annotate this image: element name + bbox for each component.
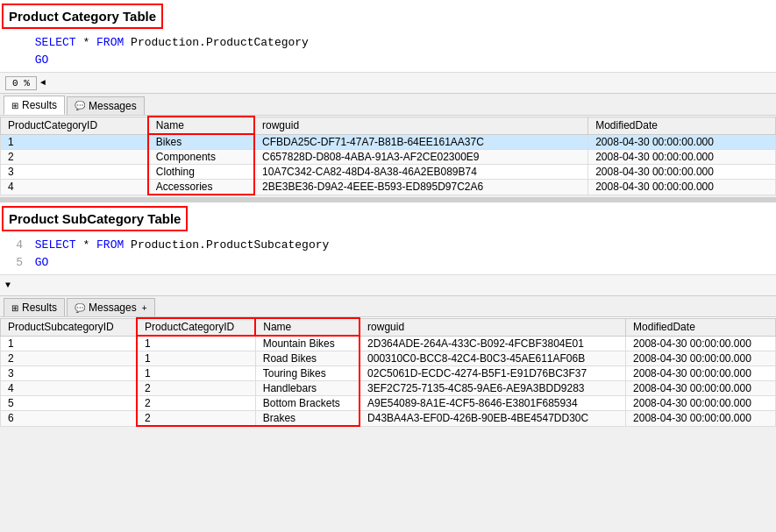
msg-icon: 💬 xyxy=(75,101,85,110)
query-line-2: GO xyxy=(7,52,769,69)
col2-header-productsubcategoryid: ProductSubcategoryID xyxy=(1,318,138,336)
section1-table: ProductCategoryID Name rowguid ModifiedD… xyxy=(0,116,776,195)
query-line-1: SELECT * FROM Production.ProductCategory xyxy=(7,34,769,52)
query2-line-2: 5 GO xyxy=(7,254,769,272)
table-row: 11Mountain Bikes2D364ADE-264A-433C-B092-… xyxy=(1,336,776,351)
col2-header-rowguid: rowguid xyxy=(360,318,626,336)
query2-line-1: 4 SELECT * FROM Production.ProductSubcat… xyxy=(7,237,769,254)
tab-messages-1[interactable]: 💬 Messages xyxy=(67,96,145,115)
section2-table-container: ProductSubcategoryID ProductCategoryID N… xyxy=(0,317,776,427)
tab-results-1[interactable]: ⊞ Results xyxy=(4,96,65,115)
section1-tabs: ⊞ Results 💬 Messages xyxy=(0,94,776,116)
col-header-productcategoryid: ProductCategoryID xyxy=(1,117,148,134)
table-row: 3Clothing10A7C342-CA82-48D4-8A38-46A2EB0… xyxy=(1,165,776,180)
tab-messages-2[interactable]: 💬 Messages + xyxy=(67,298,155,316)
col-header-modifieddate: ModifiedDate xyxy=(588,117,776,134)
msg-icon-2: 💬 xyxy=(75,303,85,313)
section2-query: 4 SELECT * FROM Production.ProductSubcat… xyxy=(0,233,776,275)
left-arrow-icon[interactable]: ◄ xyxy=(40,78,46,88)
col-header-name: Name xyxy=(148,117,254,134)
add-tab-icon[interactable]: + xyxy=(142,303,147,313)
table-row: 2ComponentsC657828D-D808-4ABA-91A3-AF2CE… xyxy=(1,150,776,165)
section2-toolbar: ▼ xyxy=(0,275,776,296)
tab-messages-1-label: Messages xyxy=(89,100,137,112)
col2-header-modifieddate: ModifiedDate xyxy=(626,318,776,336)
col-header-rowguid: rowguid xyxy=(254,117,588,134)
table-row: 42Handlebars3EF2C725-7135-4C85-9AE6-AE9A… xyxy=(1,381,776,396)
table-header-row: ProductCategoryID Name rowguid ModifiedD… xyxy=(1,117,776,134)
col2-header-productcategoryid: ProductCategoryID xyxy=(137,318,255,336)
section1: Product Category Table SELECT * FROM Pro… xyxy=(0,0,776,195)
table2-header-row: ProductSubcategoryID ProductCategoryID N… xyxy=(1,318,776,336)
tab-messages-2-label: Messages xyxy=(89,301,137,314)
section2-tabs: ⊞ Results 💬 Messages + xyxy=(0,296,776,317)
tab-results-2-label: Results xyxy=(22,301,57,314)
table-row: 31Touring Bikes02C5061D-ECDC-4274-B5F1-E… xyxy=(1,366,776,381)
grid-icon-2: ⊞ xyxy=(11,303,18,313)
grid-icon: ⊞ xyxy=(11,101,18,110)
table-row: 62BrakesD43BA4A3-EF0D-426B-90EB-4BE4547D… xyxy=(1,411,776,427)
section1-table-container: ProductCategoryID Name rowguid ModifiedD… xyxy=(0,116,776,195)
table-row: 1BikesCFBDA25C-DF71-47A7-B81B-64EE161AA3… xyxy=(1,134,776,150)
table-row: 21Road Bikes000310C0-BCC8-42C4-B0C3-45AE… xyxy=(1,351,776,366)
section2: Product SubCategory Table 4 SELECT * FRO… xyxy=(0,202,776,427)
tab-results-1-label: Results xyxy=(22,99,57,111)
left-arrow-icon-2[interactable]: ▼ xyxy=(5,280,11,290)
table-row: 4Accessories2BE3BE36-D9A2-4EEE-B593-ED89… xyxy=(1,180,776,195)
tab-results-2[interactable]: ⊞ Results xyxy=(4,298,65,316)
section2-title: Product SubCategory Table xyxy=(2,206,188,231)
table-row: 52Bottom BracketsA9E54089-8A1E-4CF5-8646… xyxy=(1,396,776,411)
section1-toolbar: 0 % ◄ xyxy=(0,73,776,94)
section2-table: ProductSubcategoryID ProductCategoryID N… xyxy=(0,317,776,427)
section1-title: Product Category Table xyxy=(2,4,163,29)
zoom-display: 0 % xyxy=(5,76,37,90)
section1-query: SELECT * FROM Production.ProductCategory… xyxy=(0,31,776,73)
col2-header-name: Name xyxy=(255,318,360,336)
